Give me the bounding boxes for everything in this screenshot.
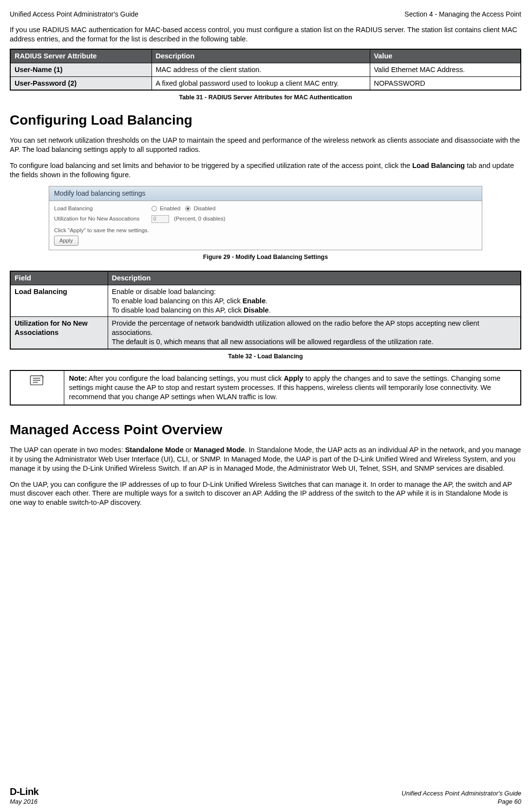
table-radius-attributes: RADIUS Server Attribute Description Valu… xyxy=(10,49,521,91)
figure29-panel: Modify load balancing settings Load Bala… xyxy=(49,186,482,250)
figure29-wrapper: Modify load balancing settings Load Bala… xyxy=(10,186,521,250)
intro-paragraph: If you use RADIUS MAC authentication for… xyxy=(10,25,521,44)
figure29-caption: Figure 29 - Modify Load Balancing Settin… xyxy=(10,253,521,261)
bold-text: Standalone Mode xyxy=(125,446,184,454)
th-value: Value xyxy=(370,49,521,63)
table-header-row: RADIUS Server Attribute Description Valu… xyxy=(10,49,521,63)
bold-text: Apply xyxy=(284,374,303,382)
text: The UAP can operate in two modes: xyxy=(10,446,125,454)
radio-icon xyxy=(185,206,190,211)
footer-left: D-Link May 2016 xyxy=(10,785,38,806)
text: . xyxy=(266,297,267,305)
figure29-body: Load Balancing Enabled Disabled Utilizat… xyxy=(49,201,482,250)
th-field: Field xyxy=(10,271,108,285)
bold-text: Disable xyxy=(244,306,269,314)
bold-text: Load Balancing xyxy=(412,162,465,169)
paragraph: On the UAP, you can configure the IP add… xyxy=(10,480,521,508)
text: or xyxy=(184,446,194,454)
table-row: Load Balancing Enable or disable load ba… xyxy=(10,285,521,317)
fig-row-load-balancing: Load Balancing Enabled Disabled xyxy=(54,205,477,212)
footer-guide-title: Unified Access Point Administrator's Gui… xyxy=(401,790,521,798)
cell: User-Password (2) xyxy=(10,76,152,90)
cell: NOPASSWORD xyxy=(370,76,521,90)
header-left: Unified Access Point Administrator's Gui… xyxy=(10,10,138,18)
table-header-row: Field Description xyxy=(10,271,521,285)
table-row: Utilization for No New Associations Prov… xyxy=(10,317,521,349)
th-description: Description xyxy=(152,49,370,63)
page-header: Unified Access Point Administrator's Gui… xyxy=(10,10,521,18)
cell-description: Provide the percentage of network bandwi… xyxy=(108,317,521,349)
cell: Valid Ethernet MAC Address. xyxy=(370,63,521,76)
cell-description: Enable or disable load balancing: To ena… xyxy=(108,285,521,317)
fig-row-utilization: Utilization for No New Assocations 0 (Pe… xyxy=(54,215,477,223)
radio-disabled-wrap[interactable]: Disabled xyxy=(185,205,215,212)
cell: User-Name (1) xyxy=(10,63,152,76)
footer-right: Unified Access Point Administrator's Gui… xyxy=(401,790,521,806)
note-icon-cell xyxy=(10,370,64,405)
dlink-logo: D-Link xyxy=(10,785,38,798)
fig-label: Utilization for No New Assocations xyxy=(54,215,147,222)
table-row: User-Password (2) A fixed global passwor… xyxy=(10,76,521,90)
paragraph: To configure load balancing and set limi… xyxy=(10,161,521,180)
paragraph: The UAP can operate in two modes: Standa… xyxy=(10,445,521,473)
bold-text: Enable xyxy=(243,297,266,305)
table-row: User-Name (1) MAC address of the client … xyxy=(10,63,521,76)
footer-date: May 2016 xyxy=(10,798,38,806)
table31-caption: Table 31 - RADIUS Server Attributes for … xyxy=(10,93,521,101)
th-description: Description xyxy=(108,271,521,285)
cell: A fixed global password used to lookup a… xyxy=(152,76,370,90)
paragraph: You can set network utilization threshol… xyxy=(10,136,521,154)
utilization-input[interactable]: 0 xyxy=(152,215,169,223)
footer-page-number: Page 60 xyxy=(401,798,521,806)
heading-configuring-load-balancing: Configuring Load Balancing xyxy=(10,111,521,129)
text: Provide the percentage of network bandwi… xyxy=(112,319,479,336)
table-load-balancing: Field Description Load Balancing Enable … xyxy=(10,271,521,350)
fig-hint: Click "Apply" to save the new settings. xyxy=(54,227,477,234)
text: The default is 0, which means that all n… xyxy=(112,338,434,346)
header-right: Section 4 - Managing the Access Point xyxy=(404,10,521,18)
text: To enable load balancing on this AP, cli… xyxy=(112,297,243,305)
cell-field: Utilization for No New Associations xyxy=(10,317,108,349)
radio-icon xyxy=(152,206,157,211)
figure29-title: Modify load balancing settings xyxy=(49,186,482,201)
radio-label: Enabled xyxy=(160,205,180,211)
note-text: Note: After you configure the load balan… xyxy=(64,370,521,405)
text: After you configure the load balancing s… xyxy=(87,374,284,382)
note-icon xyxy=(29,374,45,388)
th-attribute: RADIUS Server Attribute xyxy=(10,49,152,63)
bold-text: Managed Mode xyxy=(194,446,245,454)
page-footer: D-Link May 2016 Unified Access Point Adm… xyxy=(10,785,521,806)
table32-caption: Table 32 - Load Balancing xyxy=(10,352,521,360)
apply-button[interactable]: Apply xyxy=(54,236,78,245)
fig-label: Load Balancing xyxy=(54,205,147,212)
cell: MAC address of the client station. xyxy=(152,63,370,76)
text: To disable load balancing on this AP, cl… xyxy=(112,306,244,314)
radio-label: Disabled xyxy=(194,205,216,211)
note-box: Note: After you configure the load balan… xyxy=(10,370,521,406)
heading-managed-ap-overview: Managed Access Point Overview xyxy=(10,421,521,439)
text: . xyxy=(269,306,271,314)
radio-enabled-wrap[interactable]: Enabled xyxy=(152,205,180,212)
fig-suffix: (Percent, 0 disables) xyxy=(174,215,225,222)
text: Enable or disable load balancing: xyxy=(112,288,216,295)
bold-text: Note: xyxy=(69,374,87,382)
text: To configure load balancing and set limi… xyxy=(10,162,412,169)
cell-field: Load Balancing xyxy=(10,285,108,317)
